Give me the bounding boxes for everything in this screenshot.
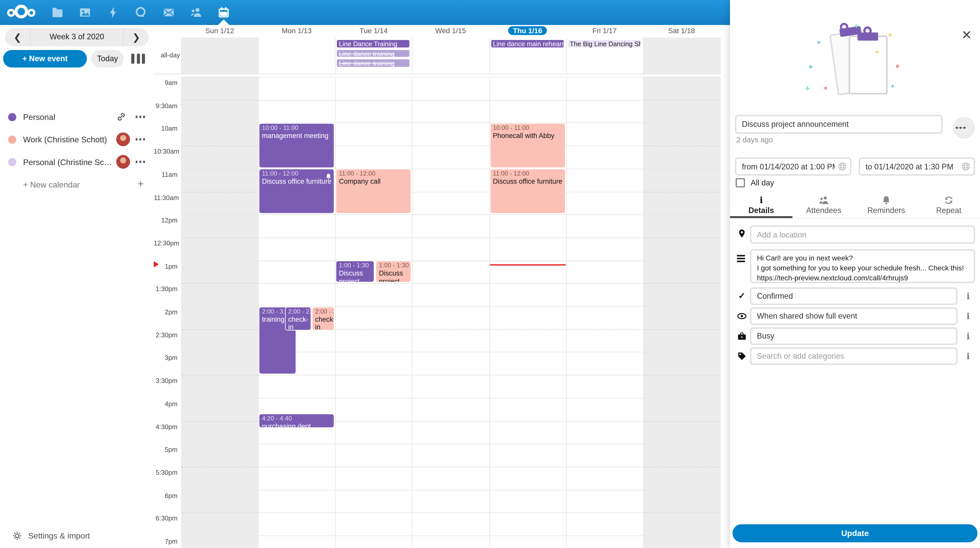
time-label: 4pm: [154, 400, 177, 407]
calendar-event[interactable]: 10:00 - 11:00Phonecall with Abby: [490, 123, 566, 168]
calendar-menu-icon[interactable]: [134, 116, 145, 118]
calendar-menu-icon[interactable]: [134, 138, 145, 141]
day-header[interactable]: Sat 1/18: [643, 25, 720, 38]
time-gridline: [181, 513, 720, 513]
all-day-checkbox-label[interactable]: All day: [751, 178, 774, 187]
new-event-button[interactable]: + New event: [3, 50, 87, 68]
weekend-shading: [643, 38, 720, 74]
all-day-toggle-row: All day: [735, 178, 774, 187]
visibility-info-icon[interactable]: i: [965, 311, 971, 321]
nextcloud-logo[interactable]: [6, 3, 36, 22]
event-time: 4:20 - 4:40: [262, 415, 331, 422]
visibility-select[interactable]: [750, 307, 958, 325]
week-view-toggle-icon[interactable]: [131, 54, 147, 64]
today-button[interactable]: Today: [91, 50, 124, 68]
event-title: Discuss office furniture: [493, 178, 562, 186]
calendar-event[interactable]: 11:00 - 12:00Company call: [336, 169, 412, 214]
calendar-event[interactable]: 4:20 - 4:40purchasing dept: [259, 413, 334, 428]
calendar-event[interactable]: 11:00 - 12:00Discuss office furniture: [490, 169, 566, 214]
shared-by-avatar: [116, 132, 130, 146]
calendar-menu-icon[interactable]: [134, 161, 145, 163]
files-app-icon[interactable]: [51, 6, 64, 19]
settings-import-button[interactable]: Settings & import: [0, 527, 154, 544]
all-day-event[interactable]: Line dance training: [336, 49, 410, 57]
end-datetime-input[interactable]: [859, 157, 975, 176]
time-label: 7pm: [154, 537, 177, 545]
shared-by-avatar: [116, 155, 130, 168]
talk-app-icon[interactable]: [135, 6, 147, 19]
activity-app-icon[interactable]: [107, 6, 119, 19]
timezone-globe-icon[interactable]: [961, 162, 971, 171]
contacts-app-icon[interactable]: [190, 6, 202, 19]
status-info-icon[interactable]: i: [965, 291, 971, 301]
calendar-event[interactable]: 1:00 - 1:30Discuss project: [376, 260, 412, 283]
column-gridline: [412, 77, 413, 548]
categories-tag-icon: [737, 351, 747, 361]
event-title: Discuss project: [379, 269, 408, 283]
start-datetime-input[interactable]: [735, 157, 851, 176]
calendar-event[interactable]: 1:00 - 1:30Discuss project announcement: [336, 260, 375, 283]
location-input[interactable]: [750, 226, 975, 244]
timezone-globe-icon[interactable]: [838, 162, 847, 171]
editor-tabs: i Details Attendees Reminders Repeat: [730, 194, 980, 219]
event-time: 2:00 - 2:30: [315, 308, 331, 315]
update-button[interactable]: Update: [732, 524, 977, 542]
all-day-event[interactable]: Line dance training: [336, 59, 410, 67]
calendar-list-item-personal[interactable]: Personal: [0, 108, 154, 126]
next-week-button[interactable]: ❯: [124, 32, 149, 43]
day-header[interactable]: Wed 1/15: [412, 25, 489, 38]
details-info-icon: i: [730, 195, 792, 205]
event-time: 11:00 - 12:00: [493, 170, 562, 178]
day-header[interactable]: Thu 1/16: [489, 25, 566, 38]
visibility-eye-icon: [737, 311, 747, 321]
previous-week-button[interactable]: ❮: [5, 32, 30, 43]
calendar-event[interactable]: 11:00 - 12:00Discuss office furniture: [259, 169, 334, 214]
more-actions-button[interactable]: [953, 117, 975, 139]
description-textarea[interactable]: Hi Carl! are you in next week? I got som…: [750, 249, 975, 283]
photos-app-icon[interactable]: [79, 6, 92, 19]
tab-attendees[interactable]: Attendees: [792, 194, 855, 218]
all-day-event[interactable]: The Big Line Dancing Show: [567, 39, 641, 48]
time-grid[interactable]: 9am9:30am10am10:30am11am11:30am12pm12:30…: [154, 77, 720, 548]
calendar-event[interactable]: 2:00 - 2:30check-in: [312, 307, 334, 330]
day-header[interactable]: Sun 1/12: [181, 25, 258, 38]
new-calendar-button[interactable]: + New calendar +: [0, 176, 154, 193]
day-header[interactable]: Mon 1/13: [258, 25, 335, 38]
all-day-event[interactable]: Line Dance Training: [336, 39, 410, 48]
calendar-list-item-personal-shared[interactable]: Personal (Christine Scho...): [0, 153, 154, 171]
calendar-color-dot: [8, 135, 16, 143]
week-label[interactable]: Week 3 of 2020: [30, 28, 124, 46]
mail-app-icon[interactable]: [162, 6, 175, 19]
all-day-event[interactable]: Line dance main rehearsal: [490, 39, 564, 48]
availability-select[interactable]: [750, 327, 958, 345]
share-link-icon[interactable]: [116, 112, 126, 122]
time-gridline: [181, 237, 720, 238]
time-label: 11:30am: [154, 194, 177, 201]
calendar-list-item-work[interactable]: Work (Christine Schott): [0, 130, 154, 148]
event-title-input[interactable]: [735, 115, 942, 134]
categories-info-icon[interactable]: i: [965, 351, 971, 361]
plus-icon: +: [138, 178, 144, 191]
active-app-indicator: [218, 19, 229, 25]
time-gridline: [181, 283, 720, 284]
time-label: 9:30am: [154, 102, 177, 109]
time-gridline: [181, 100, 720, 100]
tab-details[interactable]: i Details: [730, 194, 792, 218]
day-header[interactable]: Tue 1/14: [335, 25, 412, 38]
event-time: 1:00 - 1:30: [339, 262, 371, 269]
tab-reminders[interactable]: Reminders: [855, 194, 918, 218]
availability-info-icon[interactable]: i: [965, 331, 971, 341]
event-title: Discuss office furniture: [262, 178, 331, 186]
day-header[interactable]: Fri 1/17: [566, 25, 643, 38]
calendar-app-icon[interactable]: [218, 6, 230, 19]
time-label: 12pm: [154, 216, 177, 224]
categories-input[interactable]: [750, 348, 958, 365]
status-select[interactable]: [750, 288, 958, 305]
time-label: 9am: [154, 79, 177, 86]
column-gridline: [720, 38, 721, 74]
all-day-checkbox[interactable]: [735, 178, 745, 187]
time-label: 6pm: [154, 491, 177, 499]
calendar-event[interactable]: 10:00 - 11:00management meeting: [259, 123, 334, 168]
tab-repeat[interactable]: Repeat: [918, 194, 980, 218]
calendar-event[interactable]: 2:00 - 2:30check-in: [285, 307, 312, 330]
